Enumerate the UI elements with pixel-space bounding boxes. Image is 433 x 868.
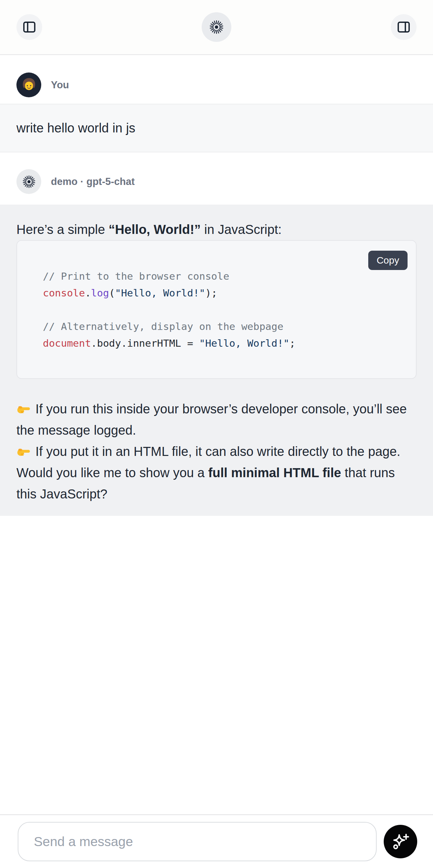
assistant-paragraph: Would you like me to show you a full min…	[17, 462, 416, 504]
assistant-sender-label: demo · gpt-5-chat	[51, 176, 135, 188]
code-content: // Print to the browser consoleconsole.l…	[43, 268, 403, 351]
code-block: Copy // Print to the browser consolecons…	[17, 240, 416, 379]
starburst-icon	[209, 19, 224, 35]
user-message-header: You	[0, 72, 433, 97]
user-message-text: write hello world in js	[0, 104, 433, 152]
assistant-message-body: Here’s a simple “Hello, World!” in JavaS…	[0, 205, 433, 516]
assistant-message-header: demo · gpt-5-chat	[0, 169, 433, 194]
assistant-paragraph: If you run this inside your browser’s de…	[17, 398, 416, 462]
pointing-right-emoji	[17, 444, 31, 458]
user-sender-label: You	[51, 79, 69, 91]
message-input[interactable]	[18, 822, 377, 861]
copy-button[interactable]: Copy	[368, 251, 407, 270]
starburst-icon	[22, 174, 36, 189]
sidebar-toggle-button[interactable]	[17, 14, 42, 40]
user-avatar	[17, 72, 41, 97]
composer	[0, 814, 433, 868]
app-logo-button[interactable]	[202, 12, 231, 42]
right-panel-toggle-button[interactable]	[391, 14, 416, 40]
person-emoji	[20, 76, 38, 94]
chat-thread: You write hello world in js demo · gpt-5…	[0, 55, 433, 814]
assistant-intro-paragraph: Here’s a simple “Hello, World!” in JavaS…	[17, 219, 416, 240]
panel-right-icon	[396, 20, 411, 34]
pointing-right-emoji	[17, 401, 31, 415]
send-button[interactable]	[384, 825, 417, 858]
top-bar	[0, 0, 433, 55]
chat-app: You write hello world in js demo · gpt-5…	[0, 0, 433, 868]
panel-left-icon	[22, 20, 37, 34]
assistant-avatar	[17, 169, 41, 194]
sparkle-icon	[391, 832, 410, 851]
